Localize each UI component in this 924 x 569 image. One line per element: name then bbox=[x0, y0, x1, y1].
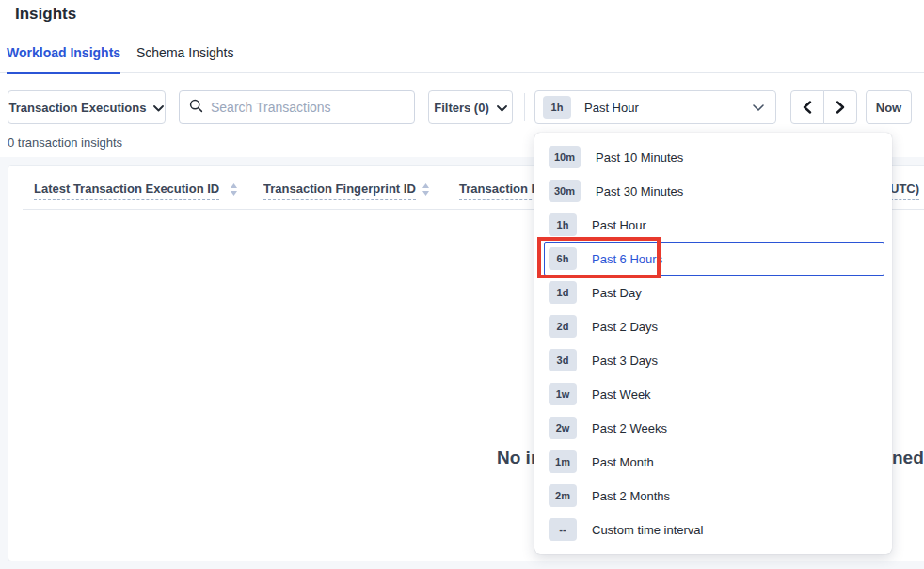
time-option-label: Past 10 Minutes bbox=[596, 150, 683, 165]
time-option-badge: 2m bbox=[549, 484, 577, 507]
time-option-badge: 1d bbox=[549, 281, 577, 304]
time-option-past-hour[interactable]: 1h Past Hour bbox=[544, 208, 884, 242]
chevron-down-icon bbox=[497, 101, 507, 115]
column-header-start-time-utc[interactable]: UTC) bbox=[890, 182, 919, 200]
time-option-past-2-days[interactable]: 2d Past 2 Days bbox=[544, 309, 884, 343]
previous-interval-button[interactable] bbox=[790, 90, 824, 124]
toolbar-divider bbox=[524, 93, 525, 121]
column-header-transaction-fingerprint-id[interactable]: Transaction Fingerprint ID bbox=[263, 182, 416, 200]
search-input[interactable] bbox=[211, 100, 405, 115]
time-option-past-30-minutes[interactable]: 30m Past 30 Minutes bbox=[544, 174, 884, 208]
transaction-type-dropdown[interactable]: Transaction Executions bbox=[8, 90, 166, 124]
search-box[interactable] bbox=[179, 90, 415, 124]
time-option-badge: 6h bbox=[549, 247, 577, 270]
now-label: Now bbox=[876, 101, 901, 115]
time-option-badge: 2w bbox=[549, 417, 577, 439]
time-option-label: Past 2 Days bbox=[592, 320, 658, 334]
next-interval-button[interactable] bbox=[823, 90, 857, 124]
column-header-transaction-execution[interactable]: Transaction Ex bbox=[459, 182, 546, 200]
time-option-label: Past Hour bbox=[592, 218, 646, 232]
time-range-label: Past Hour bbox=[584, 101, 639, 115]
time-option-badge: 2d bbox=[549, 315, 577, 338]
now-button[interactable]: Now bbox=[866, 90, 912, 124]
time-option-label: Past 2 Months bbox=[592, 489, 670, 503]
time-option-past-2-months[interactable]: 2m Past 2 Months bbox=[544, 479, 884, 513]
time-option-badge: 3d bbox=[549, 349, 577, 371]
search-icon bbox=[189, 99, 203, 117]
time-option-past-day[interactable]: 1d Past Day bbox=[544, 276, 884, 309]
chevron-left-icon bbox=[802, 101, 813, 114]
sort-icon[interactable] bbox=[422, 182, 430, 200]
insights-count: 0 transaction insights bbox=[8, 135, 122, 150]
time-option-label: Custom time interval bbox=[592, 523, 703, 537]
sort-icon[interactable] bbox=[230, 182, 238, 200]
time-option-badge: 1w bbox=[549, 383, 577, 405]
transaction-type-label: Transaction Executions bbox=[9, 101, 147, 115]
time-pager bbox=[790, 90, 857, 124]
time-option-past-2-weeks[interactable]: 2w Past 2 Weeks bbox=[544, 411, 884, 445]
time-option-badge: -- bbox=[549, 518, 577, 541]
time-option-badge: 1h bbox=[549, 213, 577, 236]
tab-workload-insights[interactable]: Workload Insights bbox=[7, 45, 120, 74]
time-range-badge: 1h bbox=[543, 96, 571, 119]
time-option-badge: 10m bbox=[549, 146, 581, 168]
time-option-past-month[interactable]: 1m Past Month bbox=[544, 445, 884, 479]
time-option-label: Past Day bbox=[592, 286, 642, 300]
column-header-latest-transaction-execution-id[interactable]: Latest Transaction Execution ID bbox=[34, 182, 219, 200]
time-option-custom-interval[interactable]: -- Custom time interval bbox=[544, 513, 884, 546]
time-option-label: Past 6 Hours bbox=[592, 252, 662, 266]
page-title: Insights bbox=[15, 5, 76, 24]
time-option-label: Past 2 Weeks bbox=[592, 421, 667, 435]
chevron-down-icon bbox=[753, 99, 764, 116]
filters-label: Filters (0) bbox=[434, 101, 489, 115]
time-option-past-week[interactable]: 1w Past Week bbox=[544, 377, 884, 411]
time-range-selector[interactable]: 1h Past Hour bbox=[534, 90, 776, 124]
time-option-badge: 30m bbox=[549, 180, 581, 202]
time-option-label: Past 30 Minutes bbox=[596, 184, 683, 198]
tab-bar: Workload Insights Schema Insights bbox=[0, 41, 924, 73]
chevron-right-icon bbox=[835, 101, 846, 114]
filters-button[interactable]: Filters (0) bbox=[428, 90, 513, 124]
tab-schema-insights[interactable]: Schema Insights bbox=[136, 45, 234, 72]
time-option-past-10-minutes[interactable]: 10m Past 10 Minutes bbox=[544, 140, 884, 174]
time-option-label: Past 3 Days bbox=[592, 354, 658, 368]
empty-state-text: ned. bbox=[892, 448, 924, 468]
time-option-label: Past Week bbox=[592, 387, 651, 402]
time-option-past-3-days[interactable]: 3d Past 3 Days bbox=[544, 343, 884, 377]
chevron-down-icon bbox=[153, 101, 164, 115]
time-option-label: Past Month bbox=[592, 455, 654, 469]
time-option-badge: 1m bbox=[549, 450, 577, 473]
time-option-past-6-hours[interactable]: 6h Past 6 Hours bbox=[544, 242, 884, 276]
time-range-dropdown-menu: 10m Past 10 Minutes 30m Past 30 Minutes … bbox=[534, 133, 892, 554]
